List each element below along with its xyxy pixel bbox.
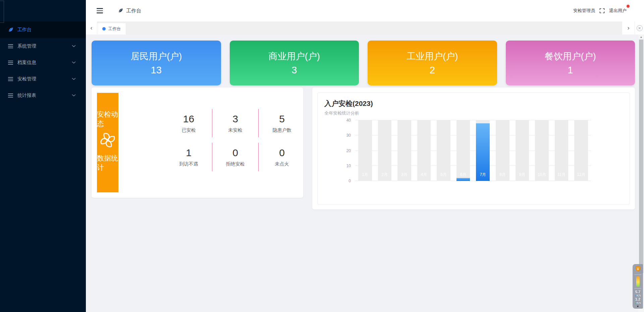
net-speed-overlay-widget[interactable]: 1 5.7 ↑ K/s 1.2 ↓ K/s ▼ [633, 264, 643, 309]
stats-grid: 16 已安检 3 未安检 5 隐患户数 1 到访 [165, 109, 305, 192]
chart-band-9月: 9月 [516, 120, 529, 181]
card-industrial-users[interactable]: 工业用户(户) 2 [368, 41, 497, 85]
chart-band-7月: 7月 [476, 120, 490, 181]
stats-side-banner: 安检动态 数据统计 [97, 93, 118, 192]
widget-divider [634, 288, 642, 289]
topbar-right: 安检管理员 退出用户 [573, 8, 627, 14]
stat-label: 已安检 [182, 127, 196, 133]
y-axis-tick-label: 0 [348, 179, 351, 183]
sidebar-item-label: 安检管理 [17, 76, 36, 82]
stat-label: 未安检 [228, 127, 243, 133]
main-content: 居民用户(户) 13 商业用户(户) 3 工业用户(户) 2 餐饮用户(户) 1 [86, 35, 644, 312]
chart-panel: 入户安检(2023) 全年安检统计分析 0102030401月2月3月4月5月6… [312, 87, 635, 209]
tabs-scroll-left-button[interactable]: ‹ [86, 21, 97, 35]
card-value: 3 [291, 65, 297, 76]
app-layout: 工作台 系统管理 档案信息 [0, 0, 644, 312]
chart-band-8月: 8月 [496, 120, 509, 181]
notification-dot [627, 5, 630, 8]
scroll-up-arrow-icon[interactable]: ▲ [638, 36, 644, 39]
chart-band-6月: 6月 [457, 120, 470, 181]
chart-band-12月: 12月 [574, 120, 588, 181]
card-commercial-users[interactable]: 商业用户(户) 3 [230, 41, 359, 85]
x-axis-month-label: 8月 [494, 172, 512, 178]
chart-band-3月: 3月 [397, 120, 411, 181]
y-axis-tick-label: 30 [346, 133, 351, 138]
card-value: 13 [151, 65, 162, 76]
chart-card: 入户安检(2023) 全年安检统计分析 0102030401月2月3月4月5月6… [317, 92, 630, 204]
value-bar [457, 178, 470, 181]
sidebar-item-system[interactable]: 系统管理 [0, 38, 86, 54]
x-axis-month-label: 7月 [474, 172, 492, 178]
temperature-gauge-icon [636, 276, 640, 287]
stat-value: 0 [232, 147, 238, 159]
sidebar-menu: 工作台 系统管理 档案信息 [0, 21, 86, 104]
sidebar-item-label: 档案信息 [17, 60, 36, 66]
card-resident-users[interactable]: 居民用户(户) 13 [92, 41, 221, 85]
arrow-up-icon: ↑ [635, 294, 636, 297]
card-value: 1 [568, 65, 573, 76]
close-circle-icon: ✕ [637, 25, 643, 31]
stat-value: 3 [232, 113, 238, 125]
upload-speed-unit: ↑ K/s [635, 294, 641, 297]
page-title: 工作台 [126, 8, 141, 14]
stat-value: 0 [279, 147, 285, 159]
x-axis-month-label: 12月 [572, 172, 590, 178]
sidebar-item-inspection[interactable]: 安检管理 [0, 71, 86, 87]
chevron-down-icon [72, 78, 76, 80]
active-tab-dot [102, 27, 106, 30]
topbar: 工作台 安检管理员 退出用户 [86, 0, 644, 21]
tabs-scroll-right-button[interactable]: › [622, 21, 635, 35]
stat-value: 16 [183, 113, 194, 125]
stat-not-ignited: 0 未点火 [259, 143, 305, 171]
x-axis-month-label: 6月 [454, 172, 472, 178]
sidebar-item-workbench[interactable]: 工作台 [0, 21, 86, 38]
y-axis-tick-label: 20 [346, 148, 351, 153]
chevron-left-icon: ‹ [91, 24, 93, 32]
sidebar-item-label: 系统管理 [17, 43, 36, 49]
widget-divider [634, 274, 642, 275]
chart-band-1月: 1月 [358, 120, 372, 181]
sidebar-corner-outline [0, 1, 4, 23]
stat-label: 拒绝安检 [226, 161, 245, 167]
chart-bands: 1月2月3月4月5月6月7月8月9月10月11月12月 [355, 120, 591, 181]
stat-cards-row: 居民用户(户) 13 商业用户(户) 3 工业用户(户) 2 餐饮用户(户) 1 [92, 41, 635, 85]
x-axis-month-label: 2月 [376, 172, 394, 178]
sidebar-item-label: 统计报表 [17, 92, 36, 99]
tab-label: 工作台 [108, 26, 121, 32]
scrollbar-thumb[interactable] [639, 40, 643, 273]
list-icon [8, 93, 14, 98]
tab-strip: 工作台 [97, 21, 622, 35]
fullscreen-icon[interactable] [599, 8, 605, 13]
chevron-down-icon [72, 61, 76, 64]
card-catering-users[interactable]: 餐饮用户(户) 1 [506, 41, 635, 85]
stat-value: 1 [186, 147, 192, 159]
caret-down-icon: ▼ [637, 305, 639, 308]
menu-collapse-button[interactable] [97, 8, 103, 13]
chevron-down-icon [72, 45, 76, 47]
list-icon [8, 44, 14, 48]
leaf-icon [8, 27, 14, 33]
sidebar-item-archives[interactable]: 档案信息 [0, 54, 86, 71]
logout-button[interactable]: 退出用户 [609, 8, 627, 14]
card-title: 工业用户(户) [407, 50, 458, 62]
list-icon [8, 61, 14, 65]
close-all-tabs-button[interactable]: ✕ [635, 21, 644, 35]
stat-hazard-households: 5 隐患户数 [259, 109, 305, 137]
card-value: 2 [430, 65, 435, 76]
pinwheel-icon [97, 129, 118, 152]
card-title: 居民用户(户) [130, 50, 182, 62]
sidebar-item-reports[interactable]: 统计报表 [0, 87, 86, 104]
chart-band-10月: 10月 [535, 120, 549, 181]
current-user-label: 安检管理员 [573, 8, 595, 14]
x-axis-month-label: 1月 [356, 172, 374, 178]
chart-band-5月: 5月 [437, 120, 450, 181]
tab-workbench[interactable]: 工作台 [97, 23, 126, 35]
card-title: 商业用户(户) [269, 50, 320, 62]
sidebar-item-label: 工作台 [17, 27, 32, 33]
inspection-stats-panel: 安检动态 数据统计 [92, 87, 303, 198]
stat-label: 到访不遇 [179, 161, 198, 167]
stat-value: 5 [279, 113, 285, 125]
banner-top-label: 安检动态 [97, 110, 118, 128]
stat-inspected: 16 已安检 [165, 109, 212, 137]
stat-not-inspected: 3 未安检 [212, 109, 259, 137]
